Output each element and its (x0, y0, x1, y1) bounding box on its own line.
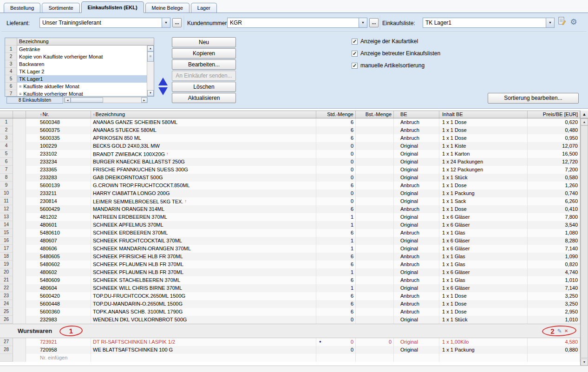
std-menge-cell[interactable]: 0 (316, 316, 356, 324)
std-menge-cell[interactable]: 0 (316, 150, 356, 158)
move-item-down-button[interactable] (158, 87, 168, 95)
std-menge-cell[interactable]: 6 (316, 300, 356, 308)
tab-einkaufslisten-ekl[interactable]: Einkaufslisten (EKL) (81, 1, 144, 13)
bst-menge-cell[interactable] (356, 253, 394, 261)
list-vertical-scrollbar[interactable]: ▲ ≡ ▼ (147, 46, 154, 96)
group-header-row[interactable]: Wurstwaren12✎× (0, 324, 580, 338)
tab-bestellung[interactable]: Bestellung (4, 3, 40, 13)
bst-menge-cell[interactable] (356, 189, 394, 197)
einkaufsliste-combobox[interactable]: TK Lager1 ▼ (423, 18, 555, 28)
scroll-up-icon[interactable]: ▲ (581, 118, 588, 125)
std-menge-cell[interactable]: 6 (316, 261, 356, 268)
tab-lager[interactable]: Lager (191, 3, 217, 13)
column-header-inhalt-be[interactable]: Inhalt BE (439, 111, 528, 118)
std-menge-cell[interactable]: 0 (316, 158, 356, 166)
article-row[interactable]: 255600360TOPK.ANANAS SCHB. 3100ML 1790G6… (0, 308, 580, 316)
sortierung-bearbeiten-button[interactable]: Sortierung bearbeiten... (488, 93, 579, 104)
insert-row[interactable]: Nr. einfügen (0, 354, 580, 362)
kundennummer-browse-button[interactable]: ... (369, 18, 379, 27)
list-horizontal-scrollbar[interactable]: ◄ ► (64, 97, 148, 103)
scrollbar-thumb[interactable]: ≡ (147, 52, 154, 62)
article-row[interactable]: 35600335APRIKOSEN 850 ML6Anbruch1 x 1 Do… (0, 134, 580, 142)
kundennummer-combobox[interactable]: KGR ▼ (227, 18, 367, 28)
bst-menge-cell[interactable] (356, 300, 394, 308)
article-row[interactable]: 13481202NATREEN ERDBEEREN 370ML1Original… (0, 213, 580, 221)
article-row[interactable]: 26232983WENDELN DKL VOLLKORNBROT 500G0Or… (0, 316, 580, 324)
std-menge-cell[interactable]: 0 (316, 189, 356, 197)
std-menge-cell[interactable]: 0 (316, 197, 356, 205)
bst-menge-cell[interactable] (356, 166, 394, 174)
std-menge-cell[interactable]: 1 (316, 237, 356, 245)
article-row[interactable]: 5233102BRANDT ZWIEBACK 100X20G↑0Original… (0, 150, 580, 158)
std-menge-cell[interactable]: 1 (316, 245, 356, 253)
column-header-nr[interactable]: ↑Nr. (26, 111, 91, 118)
dropdown-arrow-icon[interactable]: ▼ (359, 18, 367, 27)
scroll-to-top-button[interactable]: ▲ (581, 111, 588, 118)
article-row[interactable]: 10233211HARRY CIABATTA LONGO 200G0Origin… (0, 189, 580, 197)
lieferant-combobox[interactable]: Unser Trainingslieferant ▼ (39, 18, 170, 28)
bst-menge-cell[interactable] (356, 150, 394, 158)
bearbeiten-button[interactable]: Bearbeiten... (172, 59, 236, 70)
list-header-bezeichnung[interactable]: Bezeichnung (17, 38, 154, 46)
checkbox-manuelle-artikelsortierung[interactable]: ✓manuelle Artikelsortierung (352, 62, 440, 69)
column-header-preis-be-eur[interactable]: Preis/BE [EUR] (528, 111, 580, 118)
bst-menge-cell[interactable] (356, 237, 394, 245)
article-row[interactable]: 15600348ANANAS GANZE SCHEIBEN 580ML6Anbr… (0, 118, 580, 126)
article-row[interactable]: 235600420TOP.DU-FRUCHTCOCK.2650ML 1500G6… (0, 292, 580, 300)
std-menge-cell[interactable]: 0 (316, 142, 356, 150)
article-row[interactable]: 20480602SCHNEEK PFLAUMEN HLB FR 370ML1Or… (0, 268, 580, 276)
article-row[interactable]: 27723921DT RI-SAFTSCHINKEN I.ASPIK 1/2●0… (0, 338, 580, 346)
scroll-up-icon[interactable]: ▲ (147, 46, 154, 52)
column-header-std-menge[interactable]: Std.-Menge (316, 111, 356, 118)
article-row[interactable]: 185480605SCHNEEK PFIRSICHE HLB FR 370ML6… (0, 253, 580, 261)
list-item-kaufliste-vorheriger-monat[interactable]: 7≡Kaufliste vorheriger Monat (5, 90, 147, 97)
bst-menge-cell[interactable] (356, 229, 394, 237)
std-menge-cell[interactable]: 6 (316, 308, 356, 316)
bst-menge-cell[interactable] (356, 221, 394, 229)
table-horizontal-scrollbar[interactable] (0, 365, 588, 372)
edit-report-button[interactable] (556, 17, 567, 28)
bst-menge-cell[interactable] (356, 213, 394, 221)
std-menge-cell[interactable]: 1 (316, 268, 356, 276)
std-menge-cell[interactable]: 6 (316, 118, 356, 126)
settings-button[interactable]: ⚙ (568, 17, 579, 28)
article-row[interactable]: 11230814LEIMER SEMMELBROESEL 5KG TEX.↑0O… (0, 197, 580, 205)
tab-meine-belege[interactable]: Meine Belege (145, 3, 189, 13)
article-row[interactable]: 25600375ANANAS STUECKE 580ML6Anbruch1 x … (0, 126, 580, 134)
std-menge-cell[interactable]: 1 (316, 213, 356, 221)
scroll-right-icon[interactable]: ► (141, 98, 147, 103)
table-vertical-scrollbar[interactable]: ▲ ▲ ▼ (580, 111, 588, 365)
article-row[interactable]: 215480609SCHNEEK STACHELBEEREN 370ML6Anb… (0, 276, 580, 284)
checkbox-anzeige-der-kaufartikel[interactable]: ✓Anzeige der Kaufartikel (352, 38, 440, 45)
article-row[interactable]: 17480606SCHNEEK MANDARIN-ORANGEN 370ML1O… (0, 245, 580, 253)
list-item-getr-nke[interactable]: 1Getränke (5, 46, 147, 53)
bst-menge-cell[interactable] (356, 261, 394, 268)
article-row[interactable]: 14480601SCHNEEK APFELMUS 370ML1Original1… (0, 221, 580, 229)
scroll-left-icon[interactable]: ◄ (65, 98, 71, 103)
article-row[interactable]: 195480602SCHNEEK PFLAUMEN HLB FR 370ML6A… (0, 261, 580, 268)
article-row[interactable]: 4100229BECKS GOLD 24X0,33L MW0Original1 … (0, 142, 580, 150)
bst-menge-cell[interactable] (356, 276, 394, 284)
hscrollbar-thumb[interactable] (71, 98, 103, 103)
std-menge-cell[interactable]: 6 (316, 182, 356, 189)
aktualisieren-button[interactable]: Aktualisieren (172, 93, 236, 103)
kopieren-button[interactable]: Kopieren (172, 48, 236, 59)
std-menge-cell[interactable]: 1 (316, 284, 356, 292)
std-menge-cell[interactable]: 6 (316, 134, 356, 142)
bst-menge-cell[interactable] (356, 346, 394, 354)
std-menge-cell[interactable]: 6 (316, 205, 356, 213)
column-header-blank-0[interactable] (0, 111, 13, 118)
tab-sortimente[interactable]: Sortimente (42, 3, 79, 13)
bst-menge-cell[interactable]: 0 (356, 338, 394, 346)
article-row[interactable]: 28720958WE BLATTSAFTSCHINKEN 100 G0Origi… (0, 346, 580, 354)
neu-button[interactable]: Neu (172, 37, 236, 47)
list-count-tab[interactable]: 8 Einkaufslisten (7, 97, 63, 104)
bst-menge-cell[interactable] (356, 316, 394, 324)
article-row[interactable]: 155480610SCHNEEK ERDBEEREN 370ML6Anbruch… (0, 229, 580, 237)
edit-group-icon[interactable]: ✎ (557, 327, 562, 334)
std-menge-cell[interactable]: ●0 (316, 338, 356, 346)
column-header-bezeichnung[interactable]: ↑Bezeichnung (91, 111, 316, 118)
std-menge-cell[interactable]: 0 (316, 166, 356, 174)
bst-menge-cell[interactable] (356, 174, 394, 182)
insert-nr-cell[interactable]: Nr. einfügen (26, 354, 91, 362)
